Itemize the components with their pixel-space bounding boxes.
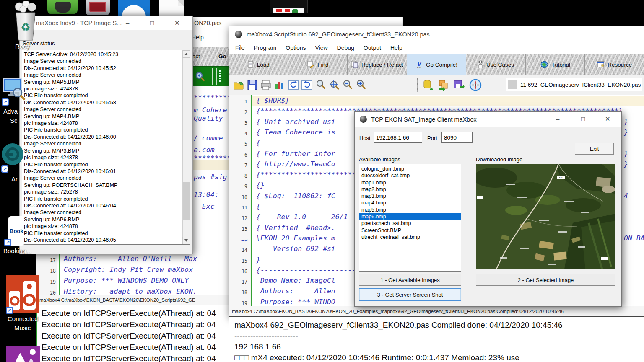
list-item[interactable]: duesseldorf_sat.bmp <box>359 172 461 179</box>
file-selector-text: 11 692_GEOimageserv_fClient33_EKON20.pas <box>520 82 641 88</box>
line-number: 17 <box>229 279 247 285</box>
host-input[interactable] <box>374 132 422 143</box>
indy-titlebar[interactable]: maXbox Indy9 - TCP Image S... – □ ✕ <box>20 16 192 30</box>
compass-icon[interactable] <box>469 78 482 92</box>
get-selected-image-button[interactable]: 2 - Get Selected Image <box>476 274 615 286</box>
port-input[interactable] <box>441 132 473 143</box>
scroll-down-button[interactable] <box>182 237 190 244</box>
zoom-in-icon[interactable] <box>356 79 367 91</box>
log-line: Image Server connected <box>22 175 190 181</box>
dialog-titlebar[interactable]: TCP EKON SAT_Image Client maXbox – □ ✕ <box>355 112 621 127</box>
log-line: pic image size: 424878 <box>22 120 190 127</box>
server-log-listbox[interactable]: TCP Server Active: 04/12/2020 10:45:23Im… <box>22 50 190 245</box>
get-available-images-button[interactable]: 1 - Get Available Images <box>359 274 461 286</box>
zoom-fit-icon[interactable] <box>329 79 340 91</box>
server-log: TCP Server Active: 04/12/2020 10:45:23Im… <box>22 50 190 243</box>
tutorial-button[interactable]: Tutorial <box>526 54 585 75</box>
list-item[interactable]: map5.bmp <box>359 207 461 213</box>
studio-titlebar[interactable]: maXbox4 ScriptStudio 692_GEOimageserv_fC… <box>229 26 644 42</box>
print-icon[interactable] <box>260 79 272 91</box>
code-line-fragment: } <box>624 128 628 136</box>
green-app-icon[interactable] <box>47 0 78 14</box>
close-icon[interactable]: ✕ <box>174 20 180 26</box>
menu-debug[interactable]: Debug <box>332 42 359 53</box>
replace-refact-button[interactable]: Replace / Refact <box>348 54 407 75</box>
list-item[interactable]: cologne_dom.bmp <box>359 165 461 172</box>
list-item[interactable]: utrecht_centraal_sat.bmp <box>359 234 461 240</box>
chart-icon[interactable] <box>273 79 285 91</box>
code-line: Demo Name: ImageCl <box>256 277 335 284</box>
undo-icon[interactable] <box>288 79 299 91</box>
exit-button[interactable]: Exit <box>575 143 614 155</box>
list-item[interactable]: map4.bmp <box>359 199 461 206</box>
list-item[interactable]: poertschach_sat.bmp <box>359 220 461 227</box>
close-icon[interactable]: ✕ <box>605 116 610 122</box>
globe-icon <box>540 60 548 69</box>
tool-app-icon[interactable] <box>86 0 110 15</box>
open-file-icon[interactable] <box>233 79 245 91</box>
go-compile-button[interactable]: VPVX Go Compile! <box>407 54 467 75</box>
code-line: { Verified #head>. <box>256 224 335 232</box>
list-item[interactable]: map1.bmp <box>359 179 461 186</box>
person-icon <box>478 60 483 69</box>
code-line: { Unit archived usi <box>256 118 335 126</box>
purple-app-icon[interactable] <box>6 346 40 362</box>
get-server-screenshot-button[interactable]: 3 - Get Server Screen Shot <box>359 288 461 301</box>
log-line: Dis-Connected at: 04/12/2020 10:45:52 <box>22 65 190 72</box>
use-cases-button[interactable]: Use Cases <box>466 54 526 75</box>
resource-icon <box>597 61 605 68</box>
menu-output[interactable]: Output <box>359 42 386 53</box>
output-line: ------------------------ <box>234 331 644 341</box>
document-icon[interactable] <box>159 0 184 17</box>
archive-app-icon[interactable]: ↗ Ar <box>1 143 25 185</box>
booking-icon[interactable]: Book ↗ Booking... <box>8 216 38 256</box>
paste-add-icon[interactable] <box>438 79 449 91</box>
menu-view[interactable]: View <box>311 42 332 53</box>
maximize-icon[interactable]: □ <box>150 20 154 26</box>
code-line: Authors: Allen O'Neill Max <box>64 255 197 263</box>
menu-file[interactable]: File <box>231 42 249 53</box>
save-run-icon[interactable] <box>453 79 465 91</box>
maximize-icon[interactable]: □ <box>581 116 585 122</box>
find-button[interactable]: Find <box>288 54 348 75</box>
recycle-bin-icon[interactable]: ♻ Recy <box>12 1 39 51</box>
menu-program[interactable]: Program <box>249 42 281 53</box>
db-add-icon[interactable] <box>423 79 434 91</box>
connected-music-icon[interactable]: ↗ Connected Music <box>6 275 42 334</box>
available-images-listbox[interactable]: cologne_dom.bmpduesseldorf_sat.bmpmap1.b… <box>359 164 461 272</box>
advanced-scan-icon[interactable]: ↗ Adva Sc <box>2 77 27 128</box>
bg-console[interactable]: Execute on IdTCPServerExecute(AThread) a… <box>36 305 230 362</box>
load-button[interactable]: Load <box>229 54 288 75</box>
minimize-icon[interactable]: – <box>126 20 129 26</box>
redo-icon[interactable] <box>301 79 313 91</box>
file-selector[interactable]: 11 692_GEOimageserv_fClient33_EKON20.pas <box>506 78 642 91</box>
zoom-out-icon[interactable] <box>342 79 354 91</box>
resource-label: Resource <box>608 62 632 68</box>
save-icon[interactable] <box>247 79 258 91</box>
resource-button[interactable]: Resource <box>585 54 644 75</box>
output-line: 192.168.1.66 <box>234 341 644 352</box>
code-line: } <box>256 256 260 264</box>
menu-help[interactable]: Help <box>386 42 407 53</box>
list-item[interactable]: ScreenShot.BMP <box>359 227 461 234</box>
scrollbar[interactable] <box>182 50 190 244</box>
menu-options[interactable]: Options <box>281 42 310 53</box>
list-item[interactable]: map6.bmp <box>359 213 461 220</box>
line-number: 9 <box>229 184 247 189</box>
list-item[interactable]: map2.bmp <box>359 186 461 193</box>
blue-app-icon[interactable] <box>118 0 150 16</box>
zoom-icon[interactable] <box>315 79 327 91</box>
vs-app-icon[interactable] <box>270 0 308 13</box>
computer-search-icon <box>2 77 26 101</box>
scroll-up-button[interactable] <box>182 50 190 58</box>
scroll-thumb[interactable] <box>183 182 190 220</box>
studio-statusbar: maXbox4 C:\maXbox\EKON_BASTA\EKON20\EKON… <box>229 306 644 316</box>
code-line-fragment: } <box>624 160 628 168</box>
wrap-marker-icon: ≡↵ <box>229 237 247 243</box>
bg-toolbar-go-fragment[interactable]: Go <box>218 53 226 59</box>
log-line: PIC File transfer completed <box>22 196 190 202</box>
list-item[interactable]: map3.bmp <box>359 193 461 199</box>
minimize-icon[interactable]: – <box>556 116 559 122</box>
studio-output[interactable]: maXbox4 692_GEOimageserv_fClient33_EKON2… <box>229 316 644 362</box>
log-line: Image Server connected <box>22 106 190 113</box>
